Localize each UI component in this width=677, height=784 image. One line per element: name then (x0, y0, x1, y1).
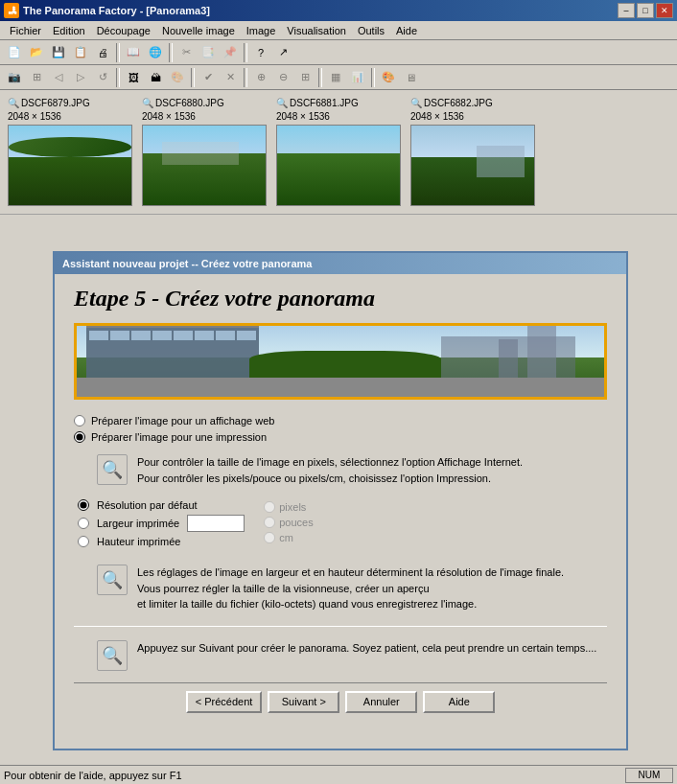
resolution-right: pixels pouces cm (264, 499, 313, 543)
radio-row-print: Préparer l'image pour une impression (74, 431, 607, 443)
tb2-mount[interactable]: 🏔 (145, 67, 166, 88)
tb2-left[interactable]: ◁ (48, 67, 69, 88)
sep-1 (116, 43, 120, 62)
menu-decoupage[interactable]: Découpage (91, 23, 156, 38)
tb-print[interactable]: 🖨 (92, 42, 113, 63)
image-thumb-1[interactable] (142, 125, 267, 206)
tb-save2[interactable]: 📋 (70, 42, 91, 63)
menu-nouvelle-image[interactable]: Nouvelle image (156, 23, 241, 38)
tb-open[interactable]: 📂 (26, 42, 47, 63)
tb2-screen[interactable]: 🖥 (400, 67, 421, 88)
thumb-container-1: 🔍 DSCF6880.JPG 2048 × 1536 (142, 98, 267, 206)
tb2-table[interactable]: ▦ (325, 67, 346, 88)
radio-pouces[interactable] (264, 517, 275, 528)
tb-globe[interactable]: 🌐 (145, 42, 166, 63)
radio-cm[interactable] (264, 532, 275, 543)
menu-edition[interactable]: Edition (47, 23, 91, 38)
tb2-zoom-out[interactable]: ⊖ (272, 67, 293, 88)
tb2-histo[interactable]: 📊 (347, 67, 368, 88)
image-thumb-3[interactable] (410, 125, 535, 206)
tb-new[interactable]: 📄 (4, 42, 25, 63)
info-text-print: Pour contrôler la taille de l'image en p… (137, 454, 523, 486)
tb2-grid[interactable]: ⊞ (26, 67, 47, 88)
button-row: < Précédent Suivant > Annuler Aide (74, 682, 607, 721)
radio-web[interactable] (74, 415, 85, 427)
menu-outils[interactable]: Outils (352, 23, 390, 38)
width-input[interactable] (187, 515, 245, 532)
image-label-2: 🔍 DSCF6881.JPG (276, 98, 359, 108)
resolution-section: Résolution par défaut Largeur imprimée H… (74, 499, 607, 551)
tb2-fit[interactable]: ⊞ (294, 67, 315, 88)
info-text-next: Appuyez sur Suivant pour créer le panora… (137, 640, 596, 657)
tb2-photo[interactable]: 🖼 (123, 67, 144, 88)
image-thumb-0[interactable] (8, 125, 132, 206)
info-text-resolution: Les réglages de l'image en largeur et en… (137, 565, 564, 612)
radio-res-width-label: Largeur imprimée (97, 518, 179, 529)
menu-fichier[interactable]: Fichier (4, 23, 47, 38)
image-filename-0: DSCF6879.JPG (21, 98, 90, 108)
image-icon-3: 🔍 (410, 98, 422, 108)
tb2-color2[interactable]: 🎨 (378, 67, 399, 88)
dialog: Assistant nouveau projet -- Créez votre … (53, 251, 628, 750)
image-size-3: 2048 × 1536 (410, 111, 464, 122)
res-height-row: Hauteur imprimée (78, 536, 245, 547)
unit-pouces-row: pouces (264, 517, 313, 528)
tb2-check[interactable]: ✔ (198, 67, 219, 88)
radio-pixels[interactable] (264, 501, 275, 513)
tb-book[interactable]: 📖 (123, 42, 144, 63)
thumb-container-2: 🔍 DSCF6881.JPG 2048 × 1536 (276, 98, 401, 206)
image-icon-0: 🔍 (8, 98, 19, 108)
sep-t2-5 (371, 68, 375, 87)
unit-pixels-row: pixels (264, 501, 313, 513)
radio-row-web: Préparer l'image pour un affichage web (74, 415, 607, 427)
info-icon-resolution: 🔍 (97, 565, 128, 595)
radio-res-height-label: Hauteur imprimée (97, 536, 180, 547)
res-width-row: Largeur imprimée (78, 515, 245, 532)
radio-res-width[interactable] (78, 518, 89, 529)
dialog-title-bar: Assistant nouveau projet -- Créez votre … (55, 253, 626, 274)
tb2-right[interactable]: ▷ (70, 67, 91, 88)
dialog-title: Assistant nouveau projet -- Créez votre … (62, 258, 312, 269)
radio-web-label: Préparer l'image pour un affichage web (91, 415, 274, 427)
tb-save[interactable]: 💾 (48, 42, 69, 63)
info-box-print: 🔍 Pour contrôler la taille de l'image en… (93, 450, 607, 490)
menu-aide[interactable]: Aide (390, 23, 423, 38)
tb-help[interactable]: ? (250, 42, 271, 63)
tb2-color[interactable]: 🎨 (167, 67, 188, 88)
radio-res-default[interactable] (78, 499, 89, 511)
tb2-refresh[interactable]: ↺ (92, 67, 113, 88)
status-indicator: NUM (625, 768, 673, 783)
radio-res-height[interactable] (78, 536, 89, 547)
pano-building (86, 325, 259, 378)
sep-t2-3 (244, 68, 247, 87)
resolution-left: Résolution par défaut Largeur imprimée H… (78, 499, 245, 551)
pano-road (77, 378, 604, 397)
radio-print[interactable] (74, 431, 85, 443)
tb-paste[interactable]: 📌 (220, 42, 241, 63)
info-icon-print: 🔍 (97, 454, 128, 485)
tb-cut[interactable]: ✂ (175, 42, 197, 63)
pano-trees (249, 351, 441, 380)
tb2-x[interactable]: ✕ (220, 67, 241, 88)
help-button[interactable]: Aide (423, 691, 495, 713)
cancel-button[interactable]: Annuler (345, 691, 417, 713)
minimize-button[interactable]: – (618, 3, 635, 18)
menu-bar: Fichier Edition Découpage Nouvelle image… (0, 21, 677, 40)
maximize-button[interactable]: □ (637, 3, 654, 18)
next-button[interactable]: Suivant > (268, 691, 339, 713)
prev-button[interactable]: < Précédent (186, 691, 263, 713)
image-size-1: 2048 × 1536 (142, 111, 196, 122)
menu-image[interactable]: Image (241, 23, 282, 38)
tb2-cam[interactable]: 📷 (4, 67, 25, 88)
image-size-0: 2048 × 1536 (8, 111, 61, 122)
menu-visualisation[interactable]: Visualisation (281, 23, 352, 38)
tb-about[interactable]: ↗ (272, 42, 293, 63)
dialog-content: Etape 5 - Créez votre panorama Préparer … (55, 274, 626, 732)
tb-copy[interactable]: 📑 (198, 42, 219, 63)
close-button[interactable]: ✕ (656, 3, 673, 18)
image-label-0: 🔍 DSCF6879.JPG (8, 98, 90, 108)
panorama-preview (74, 323, 607, 400)
sep-t2-4 (318, 68, 322, 87)
tb2-zoom-in[interactable]: ⊕ (250, 67, 271, 88)
image-thumb-2[interactable] (276, 125, 401, 206)
